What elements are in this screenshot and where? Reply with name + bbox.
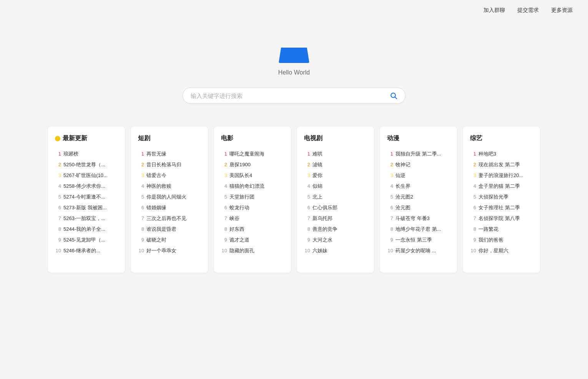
list-item[interactable]: 8好东西	[221, 224, 284, 235]
list-item-number: 3	[304, 172, 310, 178]
categories-section: 最新更新1琅琊榜25250-绝世龙尊（...35267-旷世医仙(10...45…	[0, 119, 588, 288]
list-item[interactable]: 5天堂旅行团	[221, 192, 284, 202]
list-item-number: 7	[387, 215, 393, 221]
list-item[interactable]: 9破晓之时	[138, 235, 201, 245]
list-item[interactable]: 10隐藏的面孔	[221, 245, 284, 256]
list-item[interactable]: 9我们的爸爸	[470, 235, 533, 245]
nav-submit-request[interactable]: 提交需求	[517, 7, 539, 14]
list-item[interactable]: 6蛟龙行动	[221, 202, 284, 213]
list-item[interactable]: 9一念永恒 第三季	[387, 235, 450, 245]
list-item[interactable]: 6女子推理社 第二季	[470, 202, 533, 213]
list-item-number: 5	[138, 194, 144, 200]
list-item[interactable]: 10六姊妹	[304, 245, 367, 256]
list-item-number: 8	[470, 226, 476, 232]
list-item[interactable]: 5沧元图2	[387, 192, 450, 202]
list-item-text: 琅琊榜	[63, 151, 78, 157]
list-item[interactable]: 105246-继承者的...	[55, 245, 118, 256]
list-item-text: 滤镜	[312, 161, 322, 168]
list-item[interactable]: 55274-今时重逢不...	[55, 192, 118, 202]
list-item-text: 一路繁花	[478, 226, 498, 233]
list-item-number: 7	[470, 215, 476, 221]
list-item[interactable]: 75263-一胎双宝，...	[55, 213, 118, 224]
list-item[interactable]: 4神医的救赎	[138, 181, 201, 192]
list-item-text: 我们的爸爸	[478, 237, 503, 243]
list-item-text: 仁心俱乐部	[312, 204, 337, 211]
list-item[interactable]: 8地缚少年花子君 第...	[387, 224, 450, 235]
list-item[interactable]: 8一路繁花	[470, 224, 533, 235]
list-item[interactable]: 1我独自升级 第二季...	[387, 149, 450, 159]
list-item[interactable]: 9大河之水	[304, 235, 367, 245]
list-item[interactable]: 2唐探1900	[221, 159, 284, 170]
list-item-text: 北上	[312, 194, 322, 200]
search-button[interactable]	[390, 92, 397, 99]
list-item[interactable]: 10你好，星期六	[470, 245, 533, 256]
nav-more-resources[interactable]: 更多资源	[551, 7, 573, 14]
site-title: Hello World	[278, 69, 310, 76]
list-item-text: 地缚少年花子君 第...	[395, 226, 441, 233]
list-item[interactable]: 7三次之后再也不见	[138, 213, 201, 224]
list-item[interactable]: 7斗破苍穹 年番3	[387, 213, 450, 224]
category-title-anime: 动漫	[387, 134, 399, 142]
search-input[interactable]	[191, 93, 390, 99]
list-item-number: 3	[55, 172, 61, 178]
list-item[interactable]: 2滤镜	[304, 159, 367, 170]
list-item[interactable]: 5北上	[304, 192, 367, 202]
list-item[interactable]: 85244-我的弟子全...	[55, 224, 118, 235]
list-item-text: 女子推理社 第二季	[478, 204, 520, 211]
list-item[interactable]: 4盒子里的猫 第二季	[470, 181, 533, 192]
list-item[interactable]: 9诡才之道	[221, 235, 284, 245]
list-item[interactable]: 7新乌托邦	[304, 213, 367, 224]
list-item[interactable]: 10药屋少女的呢喃 ...	[387, 245, 450, 256]
list-item[interactable]: 8谁说我是昏君	[138, 224, 201, 235]
list-item[interactable]: 4猫猫的奇幻漂流	[221, 181, 284, 192]
category-card-variety: 综艺1种地吧32现在就出发 第二季3妻子的浪漫旅行20...4盒子里的猫 第二季…	[463, 127, 540, 273]
list-item[interactable]: 5你是我的人间烟火	[138, 192, 201, 202]
list-item[interactable]: 3美国队长4	[221, 170, 284, 181]
list-item[interactable]: 3仙逆	[387, 170, 450, 181]
nav-join-group[interactable]: 加入群聊	[483, 7, 505, 14]
list-item[interactable]: 95245-见龙卸甲（...	[55, 235, 118, 245]
list-item[interactable]: 3妻子的浪漫旅行20...	[470, 170, 533, 181]
list-item[interactable]: 6沧元图	[387, 202, 450, 213]
list-item-number: 7	[138, 215, 144, 221]
list-item-number: 1	[55, 151, 61, 157]
list-item[interactable]: 2现在就出发 第二季	[470, 159, 533, 170]
list-item[interactable]: 5大侦探拾光季	[470, 192, 533, 202]
list-item[interactable]: 6错婚姻缘	[138, 202, 201, 213]
list-item[interactable]: 7名侦探学院 第八季	[470, 213, 533, 224]
list-item-number: 3	[221, 172, 227, 178]
category-title-movie: 电影	[221, 134, 233, 142]
list-item-text: 昔日长枪落马归	[146, 161, 181, 168]
list-item-text: 蛟龙行动	[229, 204, 249, 211]
list-item[interactable]: 2牧神记	[387, 159, 450, 170]
list-item[interactable]: 6仁心俱乐部	[304, 202, 367, 213]
list-item[interactable]: 1哪吒之魔童闹海	[221, 149, 284, 159]
list-item-text: 诡才之道	[229, 237, 249, 243]
list-item[interactable]: 1种地吧3	[470, 149, 533, 159]
list-item-number: 4	[55, 183, 61, 189]
list-item[interactable]: 3错爱古今	[138, 170, 201, 181]
category-card-anime: 动漫1我独自升级 第二季...2牧神记3仙逆4长生界5沧元图26沧元图7斗破苍穹…	[380, 127, 457, 273]
list-item-text: 沧元图	[395, 204, 410, 211]
category-title-variety: 综艺	[470, 134, 482, 142]
list-item[interactable]: 35267-旷世医仙(10...	[55, 170, 118, 181]
list-item-number: 4	[138, 183, 144, 189]
list-item[interactable]: 1难哄	[304, 149, 367, 159]
list-item[interactable]: 4似锦	[304, 181, 367, 192]
list-item-text: 5246-继承者的...	[63, 247, 100, 254]
list-item-text: 种地吧3	[478, 151, 496, 157]
list-item-text: 善意的竞争	[312, 226, 337, 233]
list-item[interactable]: 1再世无缘	[138, 149, 201, 159]
list-item[interactable]: 10好一个乖乖女	[138, 245, 201, 256]
list-item[interactable]: 3爱你	[304, 170, 367, 181]
list-item[interactable]: 25250-绝世龙尊（...	[55, 159, 118, 170]
list-item[interactable]: 7峡谷	[221, 213, 284, 224]
list-item[interactable]: 2昔日长枪落马归	[138, 159, 201, 170]
list-item[interactable]: 4长生界	[387, 181, 450, 192]
list-item[interactable]: 45258-傅少求求你...	[55, 181, 118, 192]
list-item-number: 4	[470, 183, 476, 189]
list-item[interactable]: 1琅琊榜	[55, 149, 118, 159]
list-item-number: 5	[387, 194, 393, 200]
list-item[interactable]: 65273-新版 我被困...	[55, 202, 118, 213]
list-item[interactable]: 8善意的竞争	[304, 224, 367, 235]
